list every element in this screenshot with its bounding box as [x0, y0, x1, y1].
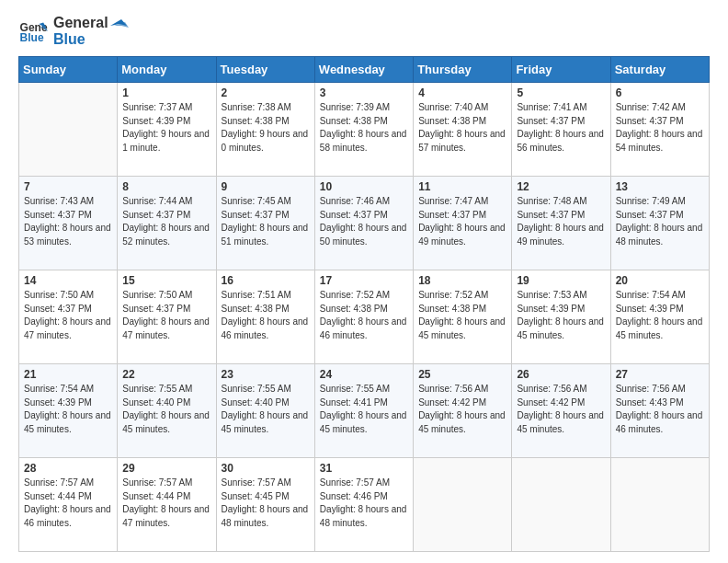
day-number: 24 — [320, 368, 408, 381]
cell-details: Sunrise: 7:38 AM Sunset: 4:38 PM Dayligh… — [222, 101, 310, 155]
daylight-text: Daylight: 8 hours and 45 minutes. — [616, 316, 704, 342]
calendar-cell: 31 Sunrise: 7:57 AM Sunset: 4:46 PM Dayl… — [314, 458, 413, 552]
cell-details: Sunrise: 7:39 AM Sunset: 4:38 PM Dayligh… — [320, 101, 408, 155]
weekday-header-sunday: Sunday — [19, 57, 118, 83]
daylight-text: Daylight: 8 hours and 49 minutes. — [418, 222, 506, 248]
daylight-text: Daylight: 9 hours and 0 minutes. — [222, 128, 310, 155]
calendar-cell: 9 Sunrise: 7:45 AM Sunset: 4:37 PM Dayli… — [216, 177, 314, 270]
cell-details: Sunrise: 7:56 AM Sunset: 4:42 PM Dayligh… — [418, 383, 506, 436]
weekday-header-friday: Friday — [512, 57, 610, 83]
calendar-header: SundayMondayTuesdayWednesdayThursdayFrid… — [19, 57, 710, 83]
calendar-cell: 8 Sunrise: 7:44 AM Sunset: 4:37 PM Dayli… — [118, 177, 216, 270]
weekday-row: SundayMondayTuesdayWednesdayThursdayFrid… — [19, 57, 710, 83]
day-number: 3 — [320, 86, 408, 99]
sunrise-text: Sunrise: 7:38 AM — [222, 101, 310, 115]
daylight-text: Daylight: 8 hours and 56 minutes. — [517, 128, 605, 155]
sunrise-text: Sunrise: 7:57 AM — [122, 477, 210, 490]
sunset-text: Sunset: 4:44 PM — [24, 490, 112, 504]
calendar-cell: 17 Sunrise: 7:52 AM Sunset: 4:38 PM Dayl… — [314, 270, 413, 364]
sunset-text: Sunset: 4:39 PM — [616, 303, 704, 316]
cell-details: Sunrise: 7:55 AM Sunset: 4:40 PM Dayligh… — [122, 383, 210, 436]
week-row-3: 14 Sunrise: 7:50 AM Sunset: 4:37 PM Dayl… — [19, 270, 710, 364]
calendar-cell: 25 Sunrise: 7:56 AM Sunset: 4:42 PM Dayl… — [414, 364, 512, 458]
calendar-cell: 21 Sunrise: 7:54 AM Sunset: 4:39 PM Dayl… — [19, 364, 118, 458]
day-number: 21 — [24, 368, 112, 381]
sunrise-text: Sunrise: 7:44 AM — [122, 195, 210, 209]
sunrise-text: Sunrise: 7:55 AM — [320, 383, 408, 396]
calendar-cell: 14 Sunrise: 7:50 AM Sunset: 4:37 PM Dayl… — [19, 270, 118, 364]
day-number: 31 — [320, 462, 408, 475]
day-number: 16 — [222, 274, 310, 287]
daylight-text: Daylight: 8 hours and 45 minutes. — [418, 409, 506, 436]
sunrise-text: Sunrise: 7:54 AM — [24, 383, 112, 396]
sunrise-text: Sunrise: 7:46 AM — [320, 195, 408, 209]
calendar-cell: 30 Sunrise: 7:57 AM Sunset: 4:45 PM Dayl… — [216, 458, 314, 552]
sunset-text: Sunset: 4:37 PM — [122, 209, 210, 223]
sunset-text: Sunset: 4:37 PM — [320, 209, 408, 223]
sunrise-text: Sunrise: 7:37 AM — [122, 101, 210, 115]
sunrise-text: Sunrise: 7:43 AM — [24, 195, 112, 209]
day-number: 27 — [616, 368, 704, 381]
daylight-text: Daylight: 8 hours and 45 minutes. — [418, 316, 506, 342]
sunset-text: Sunset: 4:41 PM — [320, 396, 408, 410]
cell-details: Sunrise: 7:52 AM Sunset: 4:38 PM Dayligh… — [418, 289, 506, 342]
daylight-text: Daylight: 8 hours and 50 minutes. — [320, 222, 408, 248]
sunset-text: Sunset: 4:39 PM — [122, 115, 210, 129]
cell-details: Sunrise: 7:40 AM Sunset: 4:38 PM Dayligh… — [418, 101, 506, 155]
sunset-text: Sunset: 4:45 PM — [222, 490, 310, 504]
sunset-text: Sunset: 4:38 PM — [320, 303, 408, 316]
calendar-cell: 27 Sunrise: 7:56 AM Sunset: 4:43 PM Dayl… — [610, 364, 709, 458]
sunset-text: Sunset: 4:37 PM — [222, 209, 310, 223]
calendar-body: 1 Sunrise: 7:37 AM Sunset: 4:39 PM Dayli… — [19, 83, 710, 552]
calendar-cell: 18 Sunrise: 7:52 AM Sunset: 4:38 PM Dayl… — [414, 270, 512, 364]
week-row-5: 28 Sunrise: 7:57 AM Sunset: 4:44 PM Dayl… — [19, 458, 710, 552]
cell-details: Sunrise: 7:41 AM Sunset: 4:37 PM Dayligh… — [517, 101, 605, 155]
week-row-2: 7 Sunrise: 7:43 AM Sunset: 4:37 PM Dayli… — [19, 177, 710, 270]
calendar-table: SundayMondayTuesdayWednesdayThursdayFrid… — [18, 56, 710, 552]
daylight-text: Daylight: 8 hours and 46 minutes. — [24, 503, 112, 530]
daylight-text: Daylight: 8 hours and 46 minutes. — [616, 409, 704, 436]
sunset-text: Sunset: 4:39 PM — [517, 303, 605, 316]
day-number: 13 — [616, 180, 704, 193]
daylight-text: Daylight: 8 hours and 45 minutes. — [517, 409, 605, 436]
weekday-header-tuesday: Tuesday — [216, 57, 314, 83]
sunset-text: Sunset: 4:37 PM — [517, 115, 605, 129]
calendar-cell: 13 Sunrise: 7:49 AM Sunset: 4:37 PM Dayl… — [610, 177, 709, 270]
calendar-cell: 16 Sunrise: 7:51 AM Sunset: 4:38 PM Dayl… — [216, 270, 314, 364]
calendar-cell: 5 Sunrise: 7:41 AM Sunset: 4:37 PM Dayli… — [512, 83, 610, 177]
calendar-cell — [512, 458, 610, 552]
day-number: 11 — [418, 180, 506, 193]
cell-details: Sunrise: 7:54 AM Sunset: 4:39 PM Dayligh… — [24, 383, 112, 436]
sunset-text: Sunset: 4:38 PM — [222, 115, 310, 129]
daylight-text: Daylight: 8 hours and 48 minutes. — [222, 503, 310, 530]
sunset-text: Sunset: 4:42 PM — [517, 396, 605, 410]
daylight-text: Daylight: 8 hours and 48 minutes. — [320, 503, 408, 530]
week-row-1: 1 Sunrise: 7:37 AM Sunset: 4:39 PM Dayli… — [19, 83, 710, 177]
day-number: 6 — [616, 86, 704, 99]
sunrise-text: Sunrise: 7:41 AM — [517, 101, 605, 115]
svg-text:Blue: Blue — [20, 31, 44, 44]
sunrise-text: Sunrise: 7:39 AM — [320, 101, 408, 115]
header: General Blue General Blue — [18, 15, 710, 47]
sunset-text: Sunset: 4:38 PM — [418, 115, 506, 129]
day-number: 17 — [320, 274, 408, 287]
daylight-text: Daylight: 8 hours and 57 minutes. — [418, 128, 506, 155]
daylight-text: Daylight: 8 hours and 47 minutes. — [122, 503, 210, 530]
sunrise-text: Sunrise: 7:42 AM — [616, 101, 704, 115]
calendar-cell: 3 Sunrise: 7:39 AM Sunset: 4:38 PM Dayli… — [314, 83, 413, 177]
calendar-cell: 23 Sunrise: 7:55 AM Sunset: 4:40 PM Dayl… — [216, 364, 314, 458]
day-number: 22 — [122, 368, 210, 381]
cell-details: Sunrise: 7:50 AM Sunset: 4:37 PM Dayligh… — [24, 289, 112, 342]
sunset-text: Sunset: 4:37 PM — [517, 209, 605, 223]
day-number: 29 — [122, 462, 210, 475]
cell-details: Sunrise: 7:55 AM Sunset: 4:40 PM Dayligh… — [222, 383, 310, 436]
cell-details: Sunrise: 7:52 AM Sunset: 4:38 PM Dayligh… — [320, 289, 408, 342]
sunrise-text: Sunrise: 7:50 AM — [122, 289, 210, 303]
calendar-cell: 29 Sunrise: 7:57 AM Sunset: 4:44 PM Dayl… — [118, 458, 216, 552]
daylight-text: Daylight: 8 hours and 45 minutes. — [222, 409, 310, 436]
weekday-header-wednesday: Wednesday — [314, 57, 413, 83]
sunset-text: Sunset: 4:39 PM — [24, 396, 112, 410]
cell-details: Sunrise: 7:43 AM Sunset: 4:37 PM Dayligh… — [24, 195, 112, 248]
sunrise-text: Sunrise: 7:52 AM — [418, 289, 506, 303]
cell-details: Sunrise: 7:55 AM Sunset: 4:41 PM Dayligh… — [320, 383, 408, 436]
